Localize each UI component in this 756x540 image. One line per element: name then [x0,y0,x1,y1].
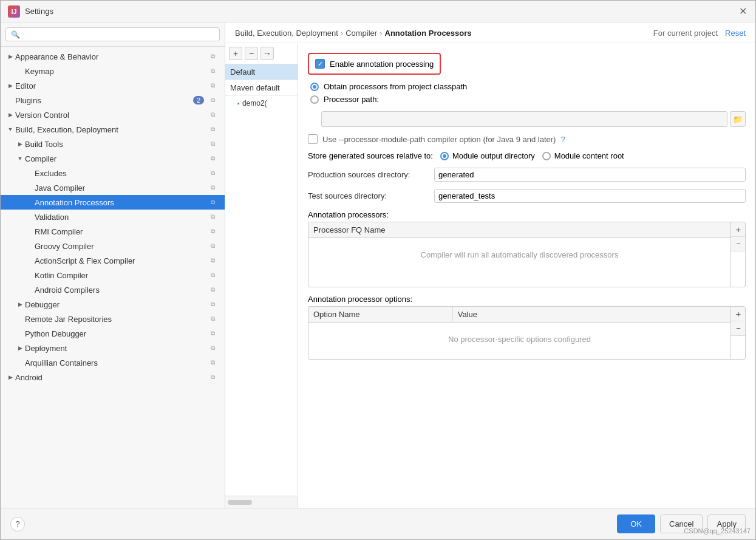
sidebar-copy-icon-kotlin-compiler: ⧉ [208,270,217,280]
sidebar-label-groovy-compiler: Groovy Compiler [35,242,208,251]
sidebar-item-rmi-compiler[interactable]: RMI Compiler⧉ [1,224,225,239]
sidebar-item-annotation-processors[interactable]: Annotation Processors⧉ [1,195,225,210]
sidebar-label-remote-jar: Remote Jar Repositories [25,315,208,324]
sidebar-copy-icon-actionscript-flex: ⧉ [208,256,217,265]
no-options-msg: No processor-specific options configured [436,323,603,359]
annotation-processors-table: Processor FQ Name Compiler will run all … [308,222,746,287]
sidebar-label-build-tools: Build Tools [25,140,208,149]
processor-path-input[interactable] [321,111,727,127]
sidebar-label-appearance: Appearance & Behavior [15,52,208,61]
sidebar-item-python-debugger[interactable]: Python Debugger⧉ [1,326,225,341]
sidebar-item-appearance[interactable]: ▶Appearance & Behavior⧉ [1,49,225,64]
sidebar-item-version-control[interactable]: ▶Version Control⧉ [1,108,225,122]
test-sources-input[interactable] [434,189,746,203]
obtain-processors-radio[interactable] [310,83,319,91]
module-output-radio[interactable] [440,152,449,160]
processor-path-input-row: 📁 [308,111,746,127]
add-option-button[interactable]: + [731,307,746,321]
profile-item-maven[interactable]: Maven default [225,80,298,96]
obtain-processors-row: Obtain processors from project classpath [310,82,746,91]
module-output-row: Module output directory [440,151,535,160]
annotation-processors-label: Annotation processors: [308,210,746,219]
sidebar-item-actionscript-flex[interactable]: ActionScript & Flex Compiler⧉ [1,253,225,268]
sidebar-label-python-debugger: Python Debugger [25,329,208,338]
production-sources-input[interactable] [434,168,746,182]
sidebar-copy-icon-editor: ⧉ [208,81,217,91]
sidebar-arrow-editor: ▶ [5,81,15,91]
profile-scrollbar[interactable] [225,496,298,508]
profile-list: Default Maven default ▪ demo2( [225,64,298,496]
sidebar-item-kotlin-compiler[interactable]: Kotlin Compiler⧉ [1,268,225,282]
sidebar-item-excludes[interactable]: Excludes⧉ [1,166,225,180]
processor-source-group: Obtain processors from project classpath… [308,82,746,104]
remove-profile-button[interactable]: − [245,47,258,60]
sidebar-item-plugins[interactable]: Plugins2⧉ [1,93,225,108]
sidebar-label-java-compiler: Java Compiler [35,183,208,193]
sidebar-arrow-build-tools: ▶ [15,139,25,149]
for-current-project-label: For current project [653,29,718,38]
compiler-will-run-msg: Compiler will run all automatically disc… [409,238,631,287]
annotation-processors-actions: + − [730,222,745,287]
sidebar-item-arquillian[interactable]: Arquillian Containers⧉ [1,355,225,370]
sidebar-label-keymap: Keymap [25,67,208,76]
sidebar-item-remote-jar[interactable]: Remote Jar Repositories⧉ [1,312,225,326]
profiles-toolbar: + − → [225,43,298,64]
title-bar-left: IJ Settings [8,5,53,18]
use-processor-module-row: Use --processor-module-path compiler opt… [308,134,746,144]
sidebar-item-java-compiler[interactable]: Java Compiler⧉ [1,180,225,195]
copy-profile-button[interactable]: → [261,47,274,60]
use-processor-module-checkbox[interactable] [308,134,318,144]
sidebar-item-groovy-compiler[interactable]: Groovy Compiler⧉ [1,239,225,253]
obtain-processors-label: Obtain processors from project classpath [324,82,467,91]
annotation-processors-body: Compiler will run all automatically disc… [308,238,730,287]
settings-window: IJ Settings ✕ 🔍 ▶Appearance & Behavior⧉K… [0,0,756,540]
breadcrumb-part-2: Compiler [346,29,377,38]
sidebar-item-android[interactable]: ▶Android⧉ [1,370,225,384]
sidebar-copy-icon-remote-jar: ⧉ [208,314,217,324]
search-input-wrap: 🔍 [5,27,220,41]
store-generated-label: Store generated sources relative to: [308,151,433,160]
breadcrumb-sep-2: › [380,29,382,38]
sidebar-item-build-execution[interactable]: ▼Build, Execution, Deployment⧉ [1,122,225,137]
sidebar-copy-icon-plugins: ⧉ [208,95,217,105]
sidebar-item-debugger[interactable]: ▶Debugger⧉ [1,297,225,312]
folder-browse-button[interactable]: 📁 [730,111,746,127]
remove-processor-button[interactable]: − [731,237,746,251]
sidebar-item-validation[interactable]: Validation⧉ [1,210,225,224]
remove-option-button[interactable]: − [731,321,746,336]
annotation-processors-header: Processor FQ Name [308,222,730,238]
search-input[interactable] [24,30,214,39]
module-content-label: Module content root [554,151,624,160]
sidebar-arrow-deployment: ▶ [15,343,25,353]
help-button[interactable]: ? [10,517,25,531]
enable-annotation-processing-checkbox[interactable]: ✓ [315,59,325,69]
add-processor-button[interactable]: + [731,222,746,237]
add-profile-button[interactable]: + [229,47,242,60]
sidebar-item-compiler[interactable]: ▼Compiler⧉ [1,151,225,166]
close-button[interactable]: ✕ [737,6,748,17]
sidebar-label-editor: Editor [15,81,208,91]
sidebar-arrow-version-control: ▶ [5,110,15,120]
sidebar-copy-icon-arquillian: ⧉ [208,358,217,367]
processor-path-radio[interactable] [310,95,319,104]
sidebar-copy-icon-build-execution: ⧉ [208,125,217,134]
sidebar-item-deployment[interactable]: ▶Deployment⧉ [1,341,225,355]
sidebar-item-keymap[interactable]: Keymap⧉ [1,64,225,78]
module-content-radio[interactable] [542,152,551,160]
sidebar-badge-plugins: 2 [193,96,204,104]
sidebar-copy-icon-build-tools: ⧉ [208,139,217,149]
sidebar-item-editor[interactable]: ▶Editor⧉ [1,78,225,93]
help-icon-module[interactable]: ? [560,135,565,144]
sidebar-arrow-debugger: ▶ [15,299,25,309]
sidebar-item-android-compilers[interactable]: Android Compilers⧉ [1,282,225,297]
ok-button[interactable]: OK [617,514,655,533]
sidebar-label-kotlin-compiler: Kotlin Compiler [35,271,208,280]
sidebar-label-plugins: Plugins [15,96,193,105]
reset-link[interactable]: Reset [725,29,746,38]
profile-scrollbar-thumb [228,500,252,505]
processor-options-label: Annotation processor options: [308,295,746,304]
sidebar-item-build-tools[interactable]: ▶Build Tools⧉ [1,137,225,151]
profile-item-demo[interactable]: ▪ demo2( [225,96,298,111]
annotation-processors-section: Annotation processors: Processor FQ Name… [308,210,746,287]
profile-item-default[interactable]: Default [225,64,298,80]
